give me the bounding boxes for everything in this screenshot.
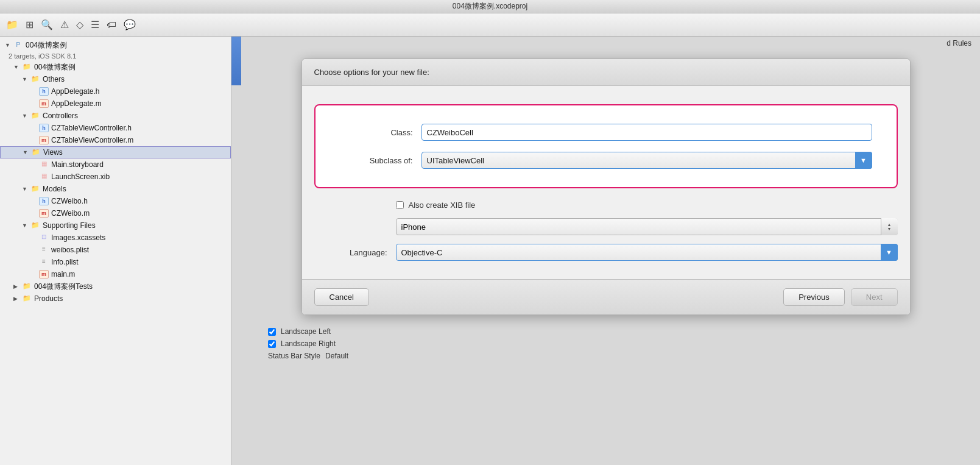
list-icon[interactable]: ☰	[91, 19, 99, 30]
sidebar-item-main-storyboard[interactable]: ▦ Main.storyboard	[0, 158, 231, 171]
folder-file-icon: 📁	[30, 112, 40, 120]
previous-button[interactable]: Previous	[783, 288, 845, 306]
folder-file-icon: 📁	[30, 75, 40, 83]
tag-icon[interactable]: 🏷	[107, 20, 116, 30]
project-name-label: 004微博案例	[26, 40, 67, 51]
sidebar-item-project-root[interactable]: P 004微博案例	[0, 39, 231, 51]
options-box: Class: Subclass of: UITableViewCell	[314, 104, 898, 188]
xib-file-icon: ▦	[39, 172, 49, 181]
m-file-icon: m	[39, 136, 49, 144]
language-select[interactable]: Objective-C	[396, 244, 898, 261]
models-label: Models	[43, 185, 66, 193]
sidebar-item-appdelegate-h[interactable]: h AppDelegate.h	[0, 85, 231, 98]
m-file-icon: m	[39, 270, 49, 279]
m-file-icon: m	[39, 99, 49, 108]
subclass-select-wrapper: UITableViewCell ▼	[421, 152, 872, 169]
sidebar-item-main-m[interactable]: m main.m	[0, 268, 231, 280]
class-input[interactable]	[421, 124, 872, 141]
products-label: Products	[34, 294, 63, 303]
appdelegate-h-label: AppDelegate.h	[51, 87, 99, 96]
cztablevc-m-label: CZTableViewController.m	[51, 136, 133, 144]
dialog-container: Choose options for your new file: Class:	[231, 37, 980, 465]
also-create-xib-row: Also create XIB file	[396, 201, 898, 210]
project-subtitle: 2 targets, iOS SDK 8.1	[0, 51, 231, 61]
folder-icon[interactable]: 📁	[6, 19, 18, 30]
main-content: P 004微博案例 2 targets, iOS SDK 8.1 📁 004微博…	[0, 37, 980, 465]
status-bar-style-label: Status Bar Style	[268, 352, 320, 360]
folder-file-icon: 📁	[22, 282, 32, 291]
speech-icon[interactable]: 💬	[124, 19, 136, 30]
diamond-icon[interactable]: ◇	[76, 19, 83, 30]
dialog-header: Choose options for your new file:	[302, 59, 910, 86]
storyboard-file-icon: ▦	[39, 160, 49, 169]
dialog-footer: Cancel Previous Next	[302, 279, 910, 314]
czweibo-m-label: CZWeibo.m	[51, 209, 90, 218]
class-label: Class:	[340, 128, 413, 137]
sidebar-item-tests[interactable]: 📁 004微博案例Tests	[0, 280, 231, 293]
status-bar-style-row: Status Bar Style Default	[268, 352, 943, 360]
sidebar-item-cztablevc-h[interactable]: h CZTableViewController.h	[0, 122, 231, 134]
root-folder-label: 004微博案例	[34, 62, 76, 73]
status-bar-style-value: Default	[325, 352, 348, 360]
sidebar-item-weibos-plist[interactable]: ≡ weibos.plist	[0, 244, 231, 256]
h-file-icon: h	[39, 87, 49, 96]
sidebar-item-controllers[interactable]: 📁 Controllers	[0, 110, 231, 122]
plist-file-icon: ≡	[39, 258, 49, 266]
expand-icon	[22, 186, 29, 192]
landscape-right-label: Landscape Right	[281, 339, 336, 348]
sidebar-item-info-plist[interactable]: ≡ Info.plist	[0, 256, 231, 268]
landscape-left-row: Landscape Left	[268, 327, 943, 336]
expand-icon	[13, 296, 21, 302]
sidebar-item-cztablevc-m[interactable]: m CZTableViewController.m	[0, 134, 231, 146]
sidebar: P 004微博案例 2 targets, iOS SDK 8.1 📁 004微博…	[0, 37, 231, 465]
sidebar-item-models[interactable]: 📁 Models	[0, 183, 231, 195]
sidebar-item-supporting-files[interactable]: 📁 Supporting Files	[0, 219, 231, 232]
landscape-left-label: Landscape Left	[281, 327, 331, 336]
m-file-icon: m	[39, 209, 49, 218]
language-select-wrapper: Objective-C ▼	[396, 244, 898, 261]
cancel-button[interactable]: Cancel	[314, 288, 369, 306]
right-panel: d Rules Choose options for your new file…	[231, 37, 980, 465]
sidebar-item-appdelegate-m[interactable]: m AppDelegate.m	[0, 98, 231, 110]
weibos-plist-label: weibos.plist	[51, 246, 89, 254]
dialog-header-title: Choose options for your new file:	[314, 68, 429, 77]
tests-label: 004微博案例Tests	[34, 282, 93, 292]
controllers-label: Controllers	[43, 112, 78, 120]
expand-icon	[13, 283, 21, 289]
landscape-left-checkbox[interactable]	[268, 328, 276, 336]
project-file-icon: P	[13, 41, 23, 49]
next-button[interactable]: Next	[851, 288, 898, 306]
also-create-xib-checkbox[interactable]	[396, 201, 404, 209]
info-plist-label: Info.plist	[51, 258, 79, 266]
sidebar-item-images-xcassets[interactable]: ⊡ Images.xcassets	[0, 232, 231, 244]
expand-icon	[22, 222, 29, 229]
sidebar-item-views[interactable]: 📁 Views	[0, 146, 231, 158]
class-row: Class:	[340, 124, 872, 141]
search-icon[interactable]: 🔍	[41, 19, 53, 30]
dialog-overlay: Choose options for your new file: Class:	[231, 37, 980, 465]
xcassets-file-icon: ⊡	[39, 233, 49, 242]
landscape-right-checkbox[interactable]	[268, 340, 276, 348]
sidebar-item-czweibo-h[interactable]: h CZWeibo.h	[0, 195, 231, 207]
window-title: 004微博案例.xcodeproj	[453, 1, 527, 12]
subclass-label: Subclass of:	[340, 156, 413, 165]
warning-icon[interactable]: ⚠	[60, 19, 69, 30]
sidebar-item-czweibo-m[interactable]: m CZWeibo.m	[0, 207, 231, 219]
toolbar: 📁 ⊞ 🔍 ⚠ ◇ ☰ 🏷 💬	[0, 13, 980, 37]
grid-icon[interactable]: ⊞	[26, 19, 33, 30]
folder-file-icon: 📁	[31, 148, 41, 157]
sidebar-item-products[interactable]: 📁 Products	[0, 293, 231, 305]
sidebar-item-others[interactable]: 📁 Others	[0, 73, 231, 85]
sidebar-item-root-folder[interactable]: 📁 004微博案例	[0, 61, 231, 73]
folder-file-icon: 📁	[22, 294, 32, 303]
sidebar-item-launchscreen-xib[interactable]: ▦ LaunchScreen.xib	[0, 171, 231, 183]
device-select[interactable]: iPhone	[396, 218, 898, 235]
subclass-select[interactable]: UITableViewCell	[421, 152, 872, 169]
language-label: Language:	[314, 248, 387, 257]
expand-icon	[13, 64, 21, 70]
bottom-options: Landscape Left Landscape Right Status Ba…	[250, 327, 962, 360]
folder-file-icon: 📁	[30, 221, 40, 230]
titlebar: 004微博案例.xcodeproj	[0, 0, 980, 13]
folder-file-icon: 📁	[30, 185, 40, 193]
folder-file-icon: 📁	[22, 63, 32, 71]
